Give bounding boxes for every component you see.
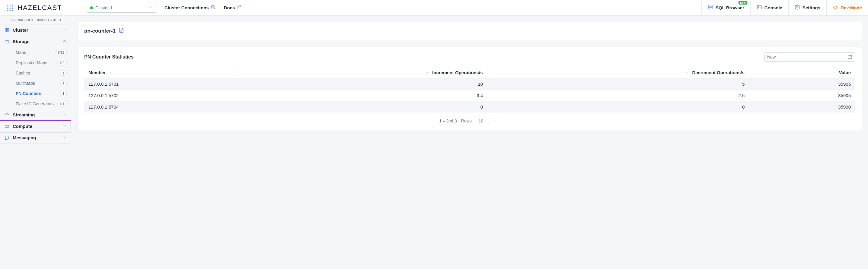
- sidebar: 5.0-SNAPSHOT · 10/09/21 – 01:51 Cluster …: [0, 16, 71, 143]
- sidebar-item-label: Caches: [16, 71, 30, 75]
- title-card: pn-counter-1: [77, 22, 862, 40]
- svg-point-20: [709, 5, 712, 7]
- tool-label: Dev Mode: [840, 5, 862, 10]
- tool-label: Settings: [803, 5, 820, 10]
- svg-point-15: [12, 10, 13, 11]
- cell-member: 127.0.0.1:5704: [84, 101, 232, 113]
- group-label: Storage: [13, 39, 30, 44]
- rows-label: Rows: [461, 119, 472, 123]
- col-label: Increment Operations/s: [432, 70, 483, 75]
- hazelcast-logo-icon: [5, 3, 14, 12]
- chevron-down-icon: [62, 112, 67, 117]
- terminal-icon: [756, 4, 762, 11]
- sidebar-item-label: Replicated Maps: [16, 60, 47, 65]
- sidebar-item-pn-counters[interactable]: PN Counters 1: [0, 88, 71, 99]
- grid-icon: [4, 28, 10, 33]
- cluster-connections-link[interactable]: Cluster Connections: [164, 5, 216, 10]
- sidebar-item-badge: 1/2: [57, 60, 67, 65]
- time-picker[interactable]: Now: [765, 53, 855, 62]
- nav-group-storage[interactable]: Storage: [0, 36, 71, 47]
- svg-rect-21: [757, 5, 762, 9]
- sidebar-item-label: MultiMaps: [16, 81, 35, 86]
- cluster-picker[interactable]: Cluster-1: [87, 3, 156, 13]
- chevron-down-icon: [493, 119, 497, 123]
- svg-rect-33: [848, 55, 852, 59]
- cell-inc: 3.4: [232, 90, 487, 101]
- svg-point-0: [7, 4, 8, 5]
- svg-point-13: [9, 10, 10, 11]
- sidebar-item-badge: 1/1: [57, 101, 67, 106]
- sort-asc-icon: [832, 70, 835, 75]
- statistics-card: PN Counter Statistics Now Member: [77, 47, 862, 131]
- status-dot-icon: [90, 6, 93, 9]
- col-value[interactable]: Value: [749, 67, 855, 78]
- top-links: Cluster Connections Docs: [164, 5, 241, 10]
- content: pn-counter-1 PN Counter Statistics Now: [71, 16, 868, 143]
- nav-group-streaming[interactable]: Streaming: [0, 109, 71, 121]
- link-label: Docs: [224, 5, 235, 10]
- sidebar-item-multimaps[interactable]: MultiMaps 1: [0, 78, 71, 88]
- sort-asc-icon: [110, 70, 113, 75]
- database-icon: [708, 4, 713, 11]
- cell-dec: 2.6: [487, 90, 749, 101]
- sort-asc-icon: [425, 70, 429, 75]
- svg-point-1: [9, 4, 10, 5]
- svg-rect-27: [7, 30, 9, 32]
- svg-rect-26: [5, 30, 7, 32]
- group-label: Compute: [13, 124, 32, 129]
- sidebar-item-maps[interactable]: Maps 9/12: [0, 47, 71, 58]
- sidebar-item-replicated-maps[interactable]: Replicated Maps 1/2: [0, 58, 71, 68]
- svg-point-8: [7, 8, 8, 9]
- group-label: Streaming: [13, 112, 35, 117]
- chevron-up-icon: [62, 39, 67, 44]
- time-value: Now: [767, 55, 776, 59]
- chevron-down-icon: [149, 5, 153, 10]
- console-button[interactable]: Console: [750, 0, 788, 16]
- rows-per-page-picker[interactable]: 10: [476, 117, 500, 125]
- cell-member: 127.0.0.1:5701: [84, 78, 232, 90]
- new-badge: New: [739, 1, 747, 4]
- link-label: Cluster Connections: [164, 5, 209, 10]
- settings-button[interactable]: Settings: [788, 0, 826, 16]
- compute-icon: [4, 124, 10, 129]
- chevron-down-icon: [62, 135, 67, 140]
- sidebar-item-flake-id-generators[interactable]: Flake ID Generators 1/1: [0, 99, 71, 109]
- col-member[interactable]: Member: [84, 67, 232, 78]
- cluster-name: Cluster-1: [95, 5, 149, 10]
- docs-link[interactable]: Docs: [224, 5, 242, 10]
- svg-rect-29: [5, 125, 9, 127]
- col-decrement[interactable]: Decrement Operations/s: [487, 67, 749, 78]
- nav-group-messaging[interactable]: Messaging: [0, 132, 71, 143]
- sidebar-item-badge: 1: [60, 80, 67, 86]
- pager-range: 1 – 3 of 3: [439, 119, 457, 123]
- table-row: 127.0.0.1:5704 0 0 35900: [84, 101, 855, 113]
- svg-point-7: [12, 6, 13, 7]
- col-label: Value: [839, 70, 851, 75]
- calendar-icon: [847, 54, 852, 60]
- group-label: Cluster: [13, 28, 28, 33]
- right-tools: New SQL Browser Console Settings Dev Mod…: [702, 0, 868, 16]
- col-increment[interactable]: Increment Operations/s: [232, 67, 487, 78]
- cell-value: 35900: [749, 101, 855, 113]
- rows-value: 10: [479, 119, 484, 123]
- external-link-icon: [237, 5, 241, 10]
- table-row: 127.0.0.1:5702 3.4 2.6 35905: [84, 90, 855, 101]
- page-title: pn-counter-1: [84, 28, 116, 34]
- col-label: Member: [88, 70, 106, 75]
- cell-value: 35905: [749, 90, 855, 101]
- svg-rect-25: [7, 28, 9, 30]
- cell-value: 35905: [749, 78, 855, 90]
- nav-group-compute[interactable]: Compute: [0, 121, 71, 132]
- streaming-icon: [4, 112, 10, 117]
- messaging-icon: [4, 135, 10, 140]
- sidebar-item-caches[interactable]: Caches 1: [0, 68, 71, 78]
- nav-group-cluster[interactable]: Cluster: [0, 24, 71, 36]
- dev-mode-button[interactable]: Dev Mode: [826, 0, 868, 16]
- topbar: HAZELCAST Cluster-1 Cluster Connections …: [0, 0, 868, 16]
- document-icon[interactable]: [119, 28, 124, 34]
- table-row: 127.0.0.1:5701 10 5 35905: [84, 78, 855, 90]
- statistics-table: Member Increment Operations/s Decrement …: [84, 67, 855, 112]
- sql-browser-button[interactable]: New SQL Browser: [702, 0, 750, 16]
- svg-line-19: [239, 5, 241, 7]
- cell-inc: 10: [232, 78, 487, 90]
